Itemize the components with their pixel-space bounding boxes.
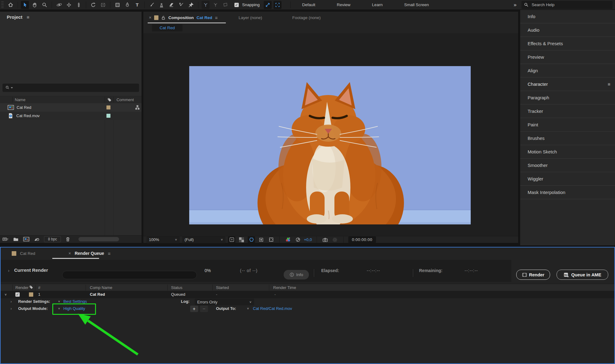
column-comment[interactable]: Comment bbox=[117, 97, 134, 102]
workspace-review[interactable]: Review bbox=[337, 2, 350, 7]
dolly-camera-tool-icon[interactable] bbox=[75, 1, 83, 9]
color-depth-button[interactable]: 8 bpc bbox=[44, 236, 61, 242]
local-axis-mode-icon[interactable] bbox=[202, 1, 210, 9]
resolution-dropdown[interactable]: (Full) ∨ bbox=[182, 236, 226, 243]
unlock-icon[interactable] bbox=[161, 15, 166, 20]
project-flowchart-icon[interactable] bbox=[34, 237, 40, 242]
exposure-value[interactable]: +0,0 bbox=[304, 237, 312, 242]
tab-layer[interactable]: Layer (none) bbox=[238, 15, 262, 20]
pan-camera-tool-icon[interactable] bbox=[65, 1, 73, 9]
expander-icon[interactable]: › bbox=[10, 299, 12, 304]
fast-preview-icon[interactable] bbox=[228, 236, 235, 243]
composition-subtab[interactable]: Cat Red bbox=[152, 24, 182, 31]
mask-visibility-icon[interactable] bbox=[248, 236, 255, 243]
puppet-pin-tool-icon[interactable] bbox=[187, 1, 195, 9]
unified-camera-tool-icon[interactable] bbox=[99, 1, 107, 9]
label-column-tag-icon[interactable] bbox=[107, 97, 112, 102]
panel-preview[interactable]: Preview bbox=[520, 50, 615, 64]
project-search-field[interactable] bbox=[2, 84, 139, 92]
composition-view[interactable] bbox=[189, 66, 471, 224]
workspace-overflow-chevron[interactable]: » bbox=[514, 2, 517, 8]
panel-effects-presets[interactable]: Effects & Presets bbox=[520, 37, 615, 50]
snap-along-edges-icon[interactable] bbox=[264, 1, 272, 9]
render-item-checkbox[interactable]: ✓ bbox=[15, 292, 20, 297]
queue-in-ame-button[interactable]: Me Queue in AME bbox=[557, 270, 608, 280]
tab-footage[interactable]: Footage (none) bbox=[292, 15, 321, 20]
add-output-module-button[interactable]: + bbox=[190, 306, 198, 312]
rectangle-tool-icon[interactable] bbox=[114, 1, 122, 9]
pen-tool-icon[interactable] bbox=[123, 1, 131, 9]
workspace-small-screen[interactable]: Small Screen bbox=[404, 2, 429, 7]
output-to-value[interactable]: Cat Red/Cat Red.mov bbox=[253, 306, 292, 311]
delete-trash-icon[interactable] bbox=[65, 236, 70, 242]
workspace-default[interactable]: Default bbox=[302, 2, 315, 7]
panel-wiggler[interactable]: Wiggler bbox=[520, 172, 615, 186]
type-tool-icon[interactable]: T bbox=[133, 1, 141, 9]
snap-to-frame-icon[interactable] bbox=[274, 1, 282, 9]
column-name[interactable]: Name bbox=[15, 97, 26, 102]
project-item-row[interactable]: Cat Red bbox=[0, 103, 142, 112]
magnification-dropdown[interactable]: 100% ∨ bbox=[146, 236, 180, 243]
region-of-interest-icon[interactable] bbox=[258, 236, 265, 243]
item-label-swatch[interactable] bbox=[29, 292, 33, 297]
panel-tracker[interactable]: Tracker bbox=[520, 105, 615, 118]
search-help-input[interactable] bbox=[531, 2, 600, 7]
new-folder-icon[interactable] bbox=[13, 237, 19, 242]
remove-output-module-button[interactable]: − bbox=[200, 306, 208, 312]
render-button[interactable]: Render bbox=[516, 270, 550, 280]
panel-mask-interpolation[interactable]: Mask Interpolation bbox=[520, 186, 615, 199]
world-axis-mode-icon[interactable] bbox=[211, 1, 219, 9]
viewer-canvas[interactable] bbox=[143, 33, 518, 236]
grid-and-guides-icon[interactable] bbox=[267, 236, 275, 243]
column-started[interactable]: Started bbox=[216, 285, 229, 290]
panel-motion-sketch[interactable]: Motion Sketch bbox=[520, 145, 615, 159]
snapping-checkbox[interactable]: ✓ bbox=[233, 1, 241, 9]
zoom-tool-icon[interactable] bbox=[41, 1, 49, 9]
project-item-row[interactable]: Cat Red.mov bbox=[0, 112, 142, 120]
panel-menu-icon[interactable]: ≡ bbox=[215, 15, 218, 20]
panel-menu-icon[interactable]: ≡ bbox=[108, 251, 110, 256]
tab-render-queue[interactable]: × Render Queue ≡ bbox=[69, 251, 111, 256]
workspace-learn[interactable]: Learn bbox=[372, 2, 383, 7]
column-comp-name[interactable]: Comp Name bbox=[90, 285, 112, 290]
orbit-camera-tool-icon[interactable] bbox=[55, 1, 63, 9]
timecode-display[interactable]: 0:00:00:00 bbox=[348, 236, 376, 243]
panel-character[interactable]: Character ≡ bbox=[520, 77, 615, 91]
transparency-grid-icon[interactable] bbox=[238, 236, 245, 243]
search-help-box[interactable] bbox=[521, 1, 613, 9]
render-settings-value[interactable]: Best Settings bbox=[63, 299, 87, 304]
channels-icon[interactable] bbox=[284, 236, 292, 243]
panel-grip[interactable] bbox=[1, 1, 4, 9]
expander-icon[interactable]: › bbox=[10, 306, 12, 311]
show-snapshot-icon[interactable] bbox=[331, 236, 339, 243]
brush-tool-icon[interactable] bbox=[148, 1, 156, 9]
label-column-tag-icon[interactable] bbox=[29, 285, 34, 290]
panel-smoother[interactable]: Smoother bbox=[520, 159, 615, 172]
clone-stamp-tool-icon[interactable] bbox=[158, 1, 166, 9]
project-panel-title[interactable]: Project bbox=[7, 14, 22, 20]
panel-paint[interactable]: Paint bbox=[520, 118, 615, 132]
selection-tool-icon[interactable] bbox=[21, 1, 29, 9]
render-queue-item-row[interactable]: ∨ ✓ 1 Cat Red Queued - - bbox=[1, 291, 614, 298]
hand-tool-icon[interactable] bbox=[31, 1, 39, 9]
panel-info[interactable]: Info bbox=[520, 10, 615, 23]
chevron-down-icon[interactable]: ∨ bbox=[247, 307, 249, 310]
home-icon[interactable] bbox=[6, 1, 14, 9]
panel-paragraph[interactable]: Paragraph bbox=[520, 91, 615, 105]
panel-menu-icon[interactable]: ≡ bbox=[27, 14, 30, 20]
eraser-tool-icon[interactable] bbox=[167, 1, 175, 9]
panel-menu-icon[interactable]: ≡ bbox=[608, 81, 610, 87]
panel-align[interactable]: Align bbox=[520, 64, 615, 77]
column-status[interactable]: Status bbox=[171, 285, 182, 290]
tab-comp-cat-red[interactable]: Cat Red bbox=[12, 251, 35, 256]
column-render[interactable]: Render bbox=[15, 285, 29, 290]
label-color-swatch[interactable] bbox=[106, 105, 110, 109]
panel-brushes[interactable]: Brushes bbox=[520, 132, 615, 145]
new-composition-icon[interactable] bbox=[23, 237, 30, 242]
panel-audio[interactable]: Audio bbox=[520, 23, 615, 37]
exposure-shutter-icon[interactable] bbox=[294, 236, 302, 243]
tab-composition[interactable]: × Composition Cat Red ≡ bbox=[149, 15, 218, 20]
collapse-chevron-icon[interactable]: ∨ bbox=[4, 293, 7, 296]
expander-icon[interactable]: › bbox=[8, 268, 10, 273]
close-icon[interactable]: × bbox=[149, 15, 151, 20]
